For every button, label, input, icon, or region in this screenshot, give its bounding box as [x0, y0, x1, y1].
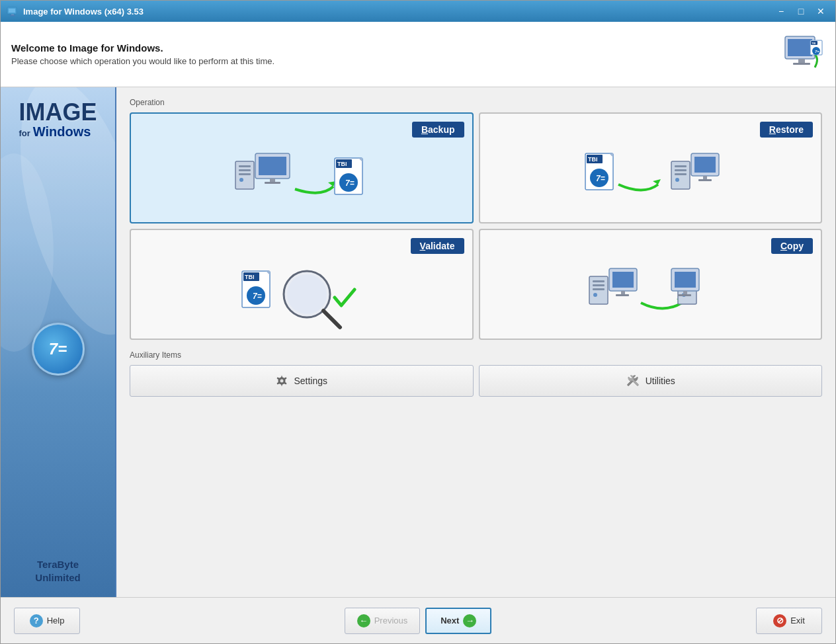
- previous-button[interactable]: ← Previous: [345, 608, 421, 634]
- restore-button[interactable]: □: [792, 4, 810, 19]
- next-button[interactable]: Next →: [425, 608, 491, 634]
- svg-point-52: [287, 274, 327, 314]
- svg-point-17: [239, 178, 243, 182]
- restore-card[interactable]: Restore TBI 7=: [479, 112, 823, 223]
- svg-text:TBI: TBI: [588, 156, 598, 163]
- sidebar-for-text: for: [19, 128, 30, 138]
- main-content: IMAGE for Windows 7= TeraByte Unlimited …: [1, 87, 835, 597]
- svg-point-40: [675, 178, 679, 182]
- auxiliary-section-label: Auxiliary Items: [130, 350, 822, 360]
- header-title: Welcome to Image for Windows.: [11, 42, 778, 54]
- header: Welcome to Image for Windows. Please cho…: [1, 22, 835, 87]
- svg-rect-3: [10, 15, 15, 17]
- svg-text:TBI: TBI: [245, 274, 255, 280]
- footer-left: ? Help: [14, 608, 80, 634]
- footer: ? Help ← Previous Next → ⊘ Exit: [1, 597, 835, 643]
- operation-section: Operation Backup: [130, 98, 822, 340]
- help-icon: ?: [30, 614, 43, 627]
- validate-card-header: Validate: [411, 238, 464, 254]
- svg-rect-72: [678, 294, 691, 296]
- svg-rect-7: [793, 63, 810, 65]
- header-text-block: Welcome to Image for Windows. Please cho…: [11, 42, 778, 66]
- svg-rect-42: [694, 157, 716, 173]
- svg-rect-37: [675, 165, 687, 167]
- svg-rect-20: [270, 179, 275, 182]
- copy-visual: [488, 258, 814, 331]
- sidebar-logo-circle: 7=: [32, 323, 85, 376]
- operation-grid: Backup: [130, 112, 822, 340]
- svg-rect-5: [788, 39, 812, 56]
- sidebar-company: TeraByte Unlimited: [35, 558, 80, 584]
- svg-text:TBI: TBI: [337, 161, 347, 167]
- svg-rect-6: [798, 59, 805, 63]
- svg-rect-60: [612, 272, 634, 288]
- svg-rect-55: [593, 280, 605, 282]
- svg-point-58: [593, 293, 597, 297]
- sidebar: IMAGE for Windows 7= TeraByte Unlimited: [1, 87, 116, 597]
- help-button-label: Help: [47, 616, 65, 625]
- copy-card-header: Copy: [771, 238, 813, 254]
- backup-card-header: Backup: [412, 122, 464, 138]
- right-panel: Operation Backup: [116, 87, 835, 597]
- copy-card[interactable]: Copy: [479, 229, 823, 340]
- backup-card[interactable]: Backup: [130, 112, 474, 223]
- previous-icon: ←: [357, 614, 370, 627]
- sidebar-company-line1: TeraByte: [35, 558, 80, 571]
- sidebar-image-text: IMAGE: [19, 101, 97, 124]
- title-bar-controls: − □ ✕: [772, 4, 830, 19]
- exit-icon: ⊘: [773, 614, 786, 627]
- svg-text:7=: 7=: [596, 174, 605, 183]
- minimize-button[interactable]: −: [772, 4, 790, 19]
- aux-grid: Settings Utilities: [130, 365, 822, 397]
- svg-rect-16: [239, 173, 251, 175]
- exit-button[interactable]: ⊘ Exit: [756, 608, 822, 634]
- svg-rect-57: [593, 288, 605, 290]
- operation-section-label: Operation: [130, 98, 822, 107]
- tools-icon: [626, 374, 640, 387]
- validate-illustration: TBI 7=: [229, 258, 374, 331]
- exit-button-label: Exit: [790, 616, 805, 625]
- sidebar-brand: IMAGE for Windows: [19, 101, 97, 140]
- settings-button[interactable]: Settings: [130, 365, 474, 397]
- utilities-button-label: Utilities: [646, 376, 675, 386]
- copy-illustration: [577, 258, 723, 331]
- footer-right: ⊘ Exit: [756, 608, 822, 634]
- svg-text:7=: 7=: [253, 292, 262, 301]
- restore-visual: TBI 7=: [488, 141, 814, 214]
- svg-line-53: [323, 311, 340, 327]
- svg-rect-44: [698, 179, 712, 181]
- svg-rect-70: [675, 272, 696, 288]
- title-bar-text: Image for Windows (x64) 3.53: [23, 7, 772, 17]
- header-computer-icon: TBI 7=: [778, 31, 825, 77]
- sidebar-windows-text: Windows: [33, 124, 91, 140]
- validate-card[interactable]: Validate TBI 7=: [130, 229, 474, 340]
- svg-rect-14: [239, 165, 251, 167]
- utilities-button[interactable]: Utilities: [479, 365, 823, 397]
- help-button[interactable]: ? Help: [14, 608, 80, 634]
- next-button-label: Next: [440, 616, 459, 625]
- sidebar-company-line2: Unlimited: [35, 571, 80, 584]
- restore-illustration: TBI 7=: [577, 141, 723, 214]
- main-window: Image for Windows (x64) 3.53 − □ ✕ Welco…: [0, 0, 836, 644]
- svg-rect-71: [683, 291, 687, 294]
- auxiliary-section: Auxiliary Items Settings: [130, 350, 822, 397]
- svg-text:TBI: TBI: [812, 42, 815, 45]
- svg-rect-38: [675, 169, 687, 171]
- app-icon: [6, 5, 19, 18]
- svg-rect-43: [703, 176, 707, 179]
- svg-rect-15: [239, 169, 251, 171]
- close-button[interactable]: ✕: [812, 4, 830, 19]
- backup-visual: TBI 7=: [139, 141, 464, 214]
- backup-illustration: TBI 7=: [229, 141, 374, 214]
- svg-rect-61: [621, 291, 625, 294]
- title-bar: Image for Windows (x64) 3.53 − □ ✕: [1, 1, 835, 22]
- sidebar-logo: 7=: [32, 323, 85, 376]
- restore-card-header: Restore: [760, 122, 813, 138]
- svg-rect-2: [11, 14, 14, 15]
- footer-center: ← Previous Next →: [345, 608, 492, 634]
- svg-text:7=: 7=: [345, 179, 355, 188]
- previous-button-label: Previous: [374, 616, 408, 625]
- sidebar-logo-text: 7=: [49, 340, 67, 358]
- svg-text:7=: 7=: [815, 50, 819, 54]
- gear-icon: [275, 374, 288, 387]
